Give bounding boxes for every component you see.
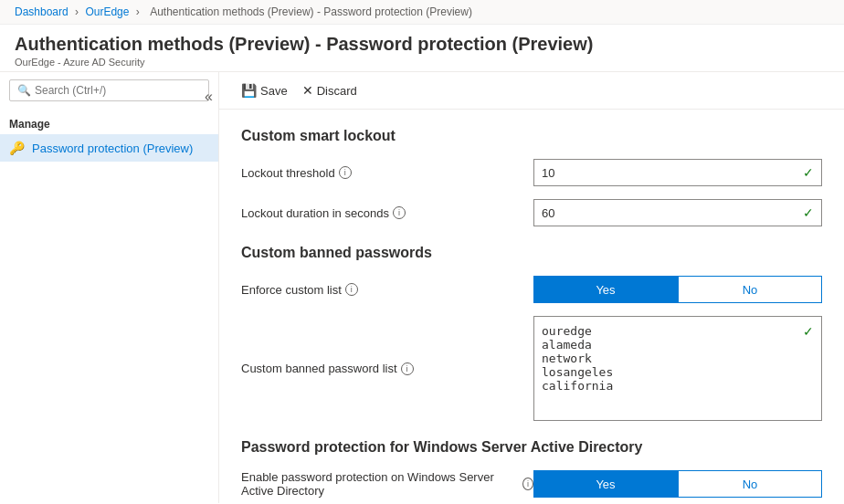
search-box[interactable]: 🔍 <box>9 79 209 101</box>
section1-title: Custom smart lockout <box>241 128 822 144</box>
enable-no-button[interactable]: No <box>678 470 822 498</box>
lockout-duration-input-wrapper: ✓ <box>533 199 822 226</box>
enable-protection-label: Enable password protection on Windows Se… <box>241 470 533 498</box>
page-subtitle: OurEdge - Azure AD Security <box>15 57 829 68</box>
enforce-custom-list-info-icon[interactable]: i <box>345 283 358 296</box>
banned-password-list-info-icon[interactable]: i <box>401 362 414 375</box>
sidebar-item-label: Password protection (Preview) <box>32 142 193 155</box>
main-content: 💾 Save ✕ Discard Custom smart lockout Lo… <box>219 72 844 503</box>
enforce-toggle-group: Yes No <box>533 276 822 303</box>
enforce-yes-button[interactable]: Yes <box>533 276 678 303</box>
discard-label: Discard <box>317 84 357 98</box>
lockout-threshold-input-wrapper: ✓ <box>533 159 822 186</box>
banned-password-list-label: Custom banned password list i <box>241 362 533 375</box>
content-area: Custom smart lockout Lockout threshold i… <box>219 110 844 503</box>
lockout-duration-row: Lockout duration in seconds i ✓ <box>241 199 822 226</box>
enforce-no-button[interactable]: No <box>678 276 822 303</box>
enable-yes-button[interactable]: Yes <box>533 470 678 498</box>
lockout-duration-info-icon[interactable]: i <box>393 206 406 219</box>
discard-button[interactable]: ✕ Discard <box>302 79 357 101</box>
lockout-duration-checkmark: ✓ <box>803 205 814 220</box>
breadcrumb: Dashboard › OurEdge › Authentication met… <box>0 0 844 25</box>
toolbar: 💾 Save ✕ Discard <box>219 72 844 110</box>
sidebar-manage-label: Manage <box>0 109 218 134</box>
banned-password-checkmark: ✓ <box>803 324 814 339</box>
breadcrumb-current: Authentication methods (Preview) - Passw… <box>150 5 472 18</box>
enforce-custom-list-label: Enforce custom list i <box>241 283 533 297</box>
breadcrumb-ouredge[interactable]: OurEdge <box>85 5 129 18</box>
collapse-sidebar-button[interactable]: « <box>199 87 218 107</box>
lockout-threshold-row: Lockout threshold i ✓ <box>241 159 822 186</box>
enable-protection-row: Enable password protection on Windows Se… <box>241 470 822 498</box>
banned-password-list-row: Custom banned password list i ouredge al… <box>241 316 822 421</box>
sidebar: 🔍 « Manage 🔑 Password protection (Previe… <box>0 72 219 503</box>
search-icon: 🔍 <box>17 84 31 97</box>
lockout-threshold-input[interactable] <box>542 166 814 180</box>
enable-protection-info-icon[interactable]: i <box>522 478 533 490</box>
lockout-threshold-info-icon[interactable]: i <box>339 166 352 179</box>
enable-toggle-group: Yes No <box>533 470 822 498</box>
lockout-threshold-label: Lockout threshold i <box>241 166 533 180</box>
lockout-duration-input[interactable] <box>542 206 814 220</box>
page-header: Authentication methods (Preview) - Passw… <box>0 25 844 72</box>
banned-password-textarea[interactable]: ouredge alameda network losangeles calif… <box>534 317 821 417</box>
discard-icon: ✕ <box>302 83 313 98</box>
section3-title: Password protection for Windows Server A… <box>241 439 822 456</box>
breadcrumb-dashboard[interactable]: Dashboard <box>15 5 69 18</box>
page-title: Authentication methods (Preview) - Passw… <box>15 34 829 55</box>
lockout-duration-label: Lockout duration in seconds i <box>241 206 533 220</box>
save-label: Save <box>260 84 288 98</box>
search-input[interactable] <box>35 84 201 97</box>
enforce-custom-list-row: Enforce custom list i Yes No <box>241 276 822 303</box>
save-icon: 💾 <box>241 83 257 98</box>
sidebar-item-password-protection[interactable]: 🔑 Password protection (Preview) <box>0 134 218 162</box>
section2-title: Custom banned passwords <box>241 245 822 261</box>
banned-password-textarea-wrapper: ouredge alameda network losangeles calif… <box>533 316 822 421</box>
key-icon: 🔑 <box>9 141 25 155</box>
lockout-threshold-checkmark: ✓ <box>803 165 814 180</box>
save-button[interactable]: 💾 Save <box>241 79 288 101</box>
